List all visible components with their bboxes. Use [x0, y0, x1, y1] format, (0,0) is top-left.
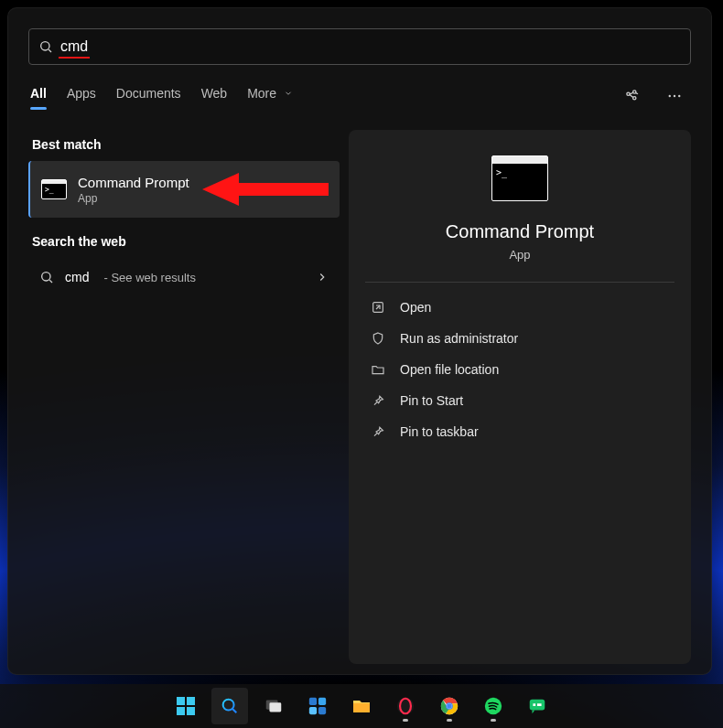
svg-marker-8 — [202, 173, 329, 206]
svg-line-17 — [232, 709, 236, 712]
taskbar — [0, 684, 723, 728]
action-label: Pin to Start — [400, 393, 463, 408]
tab-more[interactable]: More — [247, 82, 293, 110]
quick-actions-button[interactable] — [618, 81, 647, 111]
tab-documents[interactable]: Documents — [116, 82, 181, 110]
web-result[interactable]: cmd - See web results — [28, 258, 340, 296]
svg-point-3 — [633, 91, 636, 93]
web-term: cmd — [65, 270, 89, 284]
more-options-button[interactable] — [660, 81, 689, 111]
preview-pane: >_ Command Prompt App Open Run as adm — [349, 130, 691, 664]
command-prompt-icon: >_ — [491, 155, 548, 201]
svg-line-10 — [49, 280, 52, 283]
svg-point-6 — [674, 95, 675, 97]
taskbar-start[interactable] — [167, 688, 204, 724]
svg-point-30 — [447, 703, 452, 709]
svg-rect-23 — [318, 707, 326, 714]
svg-rect-15 — [187, 707, 195, 715]
svg-rect-34 — [537, 703, 542, 706]
search-box[interactable] — [28, 28, 691, 65]
preview-subtitle: App — [509, 248, 530, 262]
scope-tabs-row: All Apps Documents Web More — [28, 81, 691, 119]
web-suffix: - See web results — [103, 271, 195, 284]
content-area: Best match >_ Command Prompt App Search … — [28, 130, 691, 664]
command-prompt-icon: >_ — [41, 179, 67, 199]
taskbar-search[interactable] — [211, 688, 248, 724]
taskbar-taskview[interactable] — [255, 688, 292, 724]
svg-line-1 — [49, 49, 51, 52]
svg-point-5 — [669, 95, 671, 97]
annotation-arrow — [202, 171, 330, 208]
svg-rect-33 — [533, 703, 535, 706]
folder-icon — [371, 362, 385, 377]
result-title: Command Prompt — [78, 175, 189, 190]
action-label: Open file location — [400, 362, 499, 377]
svg-rect-22 — [309, 707, 317, 714]
svg-rect-21 — [318, 698, 326, 705]
svg-point-2 — [627, 92, 630, 95]
search-flyout: All Apps Documents Web More — [7, 7, 712, 675]
svg-point-4 — [633, 97, 636, 100]
svg-rect-24 — [353, 703, 370, 712]
pin-icon — [371, 424, 385, 439]
tab-web[interactable]: Web — [201, 82, 228, 110]
best-match-result[interactable]: >_ Command Prompt App — [28, 161, 340, 218]
chevron-right-icon — [316, 271, 329, 284]
scope-tabs: All Apps Documents Web More — [30, 82, 293, 110]
action-open[interactable]: Open — [365, 292, 674, 323]
results-column: Best match >_ Command Prompt App Search … — [28, 130, 340, 664]
pin-icon — [371, 393, 385, 408]
svg-point-0 — [41, 42, 49, 50]
taskbar-spotify[interactable] — [475, 688, 512, 724]
action-pin-taskbar[interactable]: Pin to taskbar — [365, 416, 674, 447]
chevron-down-icon — [284, 86, 293, 101]
taskbar-opera-gx[interactable] — [387, 688, 424, 724]
svg-point-9 — [42, 273, 50, 281]
svg-point-16 — [223, 700, 234, 711]
preview-title: Command Prompt — [446, 221, 594, 242]
taskbar-chrome[interactable] — [431, 688, 468, 724]
taskbar-file-explorer[interactable] — [343, 688, 380, 724]
action-label: Open — [400, 300, 431, 315]
action-pin-start[interactable]: Pin to Start — [365, 385, 674, 416]
search-icon — [39, 270, 54, 284]
svg-point-7 — [678, 95, 680, 97]
best-match-header: Best match — [32, 137, 336, 152]
tab-all[interactable]: All — [30, 82, 47, 110]
action-label: Run as administrator — [400, 331, 518, 346]
tab-apps[interactable]: Apps — [67, 82, 96, 110]
svg-rect-13 — [187, 697, 195, 705]
divider — [365, 282, 674, 283]
svg-rect-12 — [177, 697, 185, 705]
svg-rect-20 — [309, 698, 317, 705]
action-label: Pin to taskbar — [400, 424, 479, 439]
svg-rect-14 — [177, 707, 185, 715]
action-open-location[interactable]: Open file location — [365, 354, 674, 385]
search-icon — [38, 39, 53, 54]
taskbar-widgets[interactable] — [299, 688, 336, 724]
result-subtitle: App — [78, 192, 189, 205]
open-icon — [371, 300, 385, 315]
search-input[interactable] — [60, 38, 681, 55]
spellcheck-underline — [59, 57, 90, 59]
action-run-admin[interactable]: Run as administrator — [365, 323, 674, 354]
svg-rect-19 — [269, 702, 281, 712]
search-web-header: Search the web — [32, 234, 336, 249]
taskbar-chat[interactable] — [519, 688, 556, 724]
shield-icon — [371, 331, 385, 346]
